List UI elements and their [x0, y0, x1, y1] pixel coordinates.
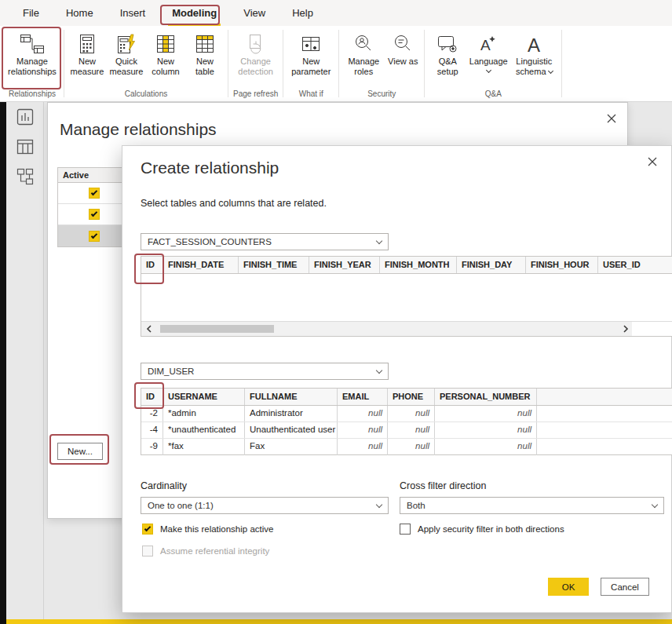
column-header[interactable]: USERNAME	[163, 389, 245, 405]
relationship-row-selected[interactable]	[58, 225, 130, 246]
cardinality-dropdown[interactable]: One to one (1:1)	[141, 497, 389, 514]
table-row: -2 *admin Administrator null null null	[141, 406, 672, 422]
table-cell-filler	[537, 422, 672, 438]
column-header[interactable]: FINISH_HOUR	[526, 257, 598, 273]
model-view-icon	[16, 168, 34, 185]
close-icon[interactable]	[645, 154, 660, 170]
new-relationship-button[interactable]: New...	[57, 443, 103, 460]
window-left-edge	[0, 102, 6, 624]
column-header[interactable]: ID	[141, 389, 163, 405]
magnifier-person-icon	[353, 31, 374, 54]
scrollbar-thumb[interactable]	[160, 325, 274, 333]
manage-relationships-button[interactable]: Manage relationships	[4, 27, 60, 78]
table-cell: null	[435, 439, 537, 455]
table-cell: -2	[141, 406, 163, 421]
speech-bubble-gear-icon	[437, 31, 458, 54]
ribbon-separator	[424, 30, 425, 97]
new-measure-button[interactable]: New measure	[68, 27, 107, 78]
ribbon-separator	[228, 30, 228, 97]
data-view-button[interactable]	[6, 132, 44, 162]
report-view-icon	[16, 108, 34, 126]
tab-modeling[interactable]: Modeling	[159, 0, 230, 26]
language-button[interactable]: A Language	[467, 27, 509, 74]
table-icon	[195, 31, 214, 54]
active-checkbox[interactable]	[89, 231, 100, 242]
security-filter-checkbox-row: Apply security filter in both directions	[400, 524, 564, 535]
ribbon-separator	[64, 30, 64, 97]
table-row: -9 *fax Fax null null null	[141, 439, 672, 455]
qa-setup-button[interactable]: Q&A setup	[428, 27, 467, 78]
table-cell: Administrator	[245, 406, 338, 421]
horizontal-scrollbar[interactable]	[141, 322, 632, 336]
new-table-button[interactable]: New table	[185, 27, 225, 78]
to-table-selector[interactable]: DIM_USER	[141, 363, 389, 380]
table-body-empty	[141, 274, 672, 322]
cancel-button[interactable]: Cancel	[601, 578, 649, 596]
make-active-checkbox-row: Make this relationship active	[142, 524, 273, 535]
relationships-icon	[20, 31, 45, 54]
ribbon-tab-bar: File Home Insert Modeling View Help	[0, 0, 672, 26]
change-detection-icon	[247, 31, 265, 54]
column-header[interactable]: USER_ID	[598, 257, 672, 273]
column-header[interactable]: ID	[141, 257, 163, 273]
column-header[interactable]: PERSONAL_NUMBER	[435, 389, 537, 405]
create-relationship-dialog: Create relationship Select tables and co…	[122, 145, 672, 613]
create-dialog-title: Create relationship	[141, 159, 279, 177]
column-header[interactable]: FULLNAME	[245, 389, 338, 405]
referential-integrity-checkbox	[142, 546, 153, 556]
quick-measure-button[interactable]: Quick measure	[107, 27, 146, 78]
table-cell: null	[338, 439, 388, 455]
active-checkbox[interactable]	[89, 209, 100, 220]
column-header[interactable]: FINISH_YEAR	[309, 257, 380, 273]
linguistic-schema-button[interactable]: A Linguistic schema	[509, 27, 558, 78]
button-label: Change detection	[234, 57, 278, 77]
relationship-row[interactable]	[58, 183, 130, 204]
column-header[interactable]: FINISH_DAY	[457, 257, 526, 273]
new-parameter-button[interactable]: New parameter	[287, 27, 335, 78]
table-cell: -9	[141, 439, 163, 455]
active-checkbox[interactable]	[89, 188, 100, 199]
column-header-filler	[537, 389, 672, 405]
checkbox-label: Make this relationship active	[160, 524, 273, 534]
make-active-checkbox[interactable]	[142, 524, 153, 535]
ribbon-group-page-refresh: Change detection Page refresh	[229, 26, 282, 101]
ribbon-group-label: Calculations	[123, 87, 169, 101]
report-view-button[interactable]	[6, 102, 44, 132]
column-header[interactable]: FINISH_DATE	[163, 257, 239, 273]
status-bar	[6, 619, 672, 624]
security-filter-checkbox[interactable]	[400, 524, 411, 535]
chevron-down-icon	[376, 367, 382, 373]
new-column-button[interactable]: New column	[146, 27, 185, 78]
tab-view[interactable]: View	[230, 0, 279, 26]
cross-filter-dropdown[interactable]: Both	[400, 497, 664, 514]
ribbon-group-calculations: New measure Quick measure	[65, 26, 227, 101]
tab-label: File	[23, 7, 39, 19]
tab-help[interactable]: Help	[279, 0, 327, 26]
tab-insert[interactable]: Insert	[107, 0, 159, 26]
column-header[interactable]: FINISH_MONTH	[380, 257, 457, 273]
checkbox-label: Assume referential integrity	[160, 546, 269, 556]
model-view-button[interactable]	[6, 162, 44, 192]
column-header[interactable]: PHONE	[388, 389, 435, 405]
scroll-left-icon[interactable]	[143, 322, 155, 336]
tab-file[interactable]: File	[9, 0, 53, 26]
close-icon[interactable]	[604, 111, 619, 126]
letter-a-icon: A	[524, 31, 543, 54]
relationship-row[interactable]	[58, 204, 130, 225]
manage-roles-button[interactable]: Manage roles	[342, 27, 385, 78]
column-header[interactable]: FINISH_TIME	[239, 257, 309, 273]
ribbon-group-label: Q&A	[484, 87, 503, 101]
scroll-right-icon[interactable]	[619, 322, 632, 336]
tab-home[interactable]: Home	[53, 0, 107, 26]
table-cell: *admin	[163, 406, 245, 421]
ok-button[interactable]: OK	[548, 578, 589, 596]
table-cell: null	[338, 406, 388, 421]
chevron-down-icon	[547, 68, 553, 74]
to-table-preview: ID USERNAME FULLNAME EMAIL PHONE PERSONA…	[141, 388, 672, 455]
table-cell: -4	[141, 422, 163, 438]
from-table-selector[interactable]: FACT_SESSION_COUNTERS	[141, 233, 389, 250]
column-header[interactable]: EMAIL	[338, 389, 388, 405]
button-label: Q&A setup	[429, 57, 466, 77]
chevron-down-icon	[376, 237, 382, 243]
view-as-button[interactable]: View as	[385, 27, 421, 68]
